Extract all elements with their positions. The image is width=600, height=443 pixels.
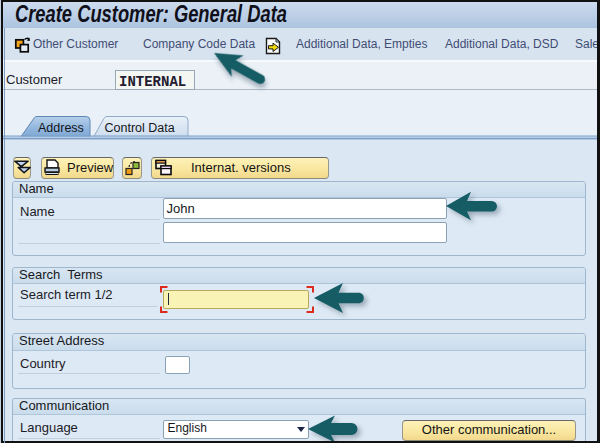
- svg-text:Create Customer: General Data: Create Customer: General Data: [15, 2, 287, 27]
- svg-text:Control Data: Control Data: [105, 121, 175, 135]
- svg-text:Address: Address: [38, 121, 84, 135]
